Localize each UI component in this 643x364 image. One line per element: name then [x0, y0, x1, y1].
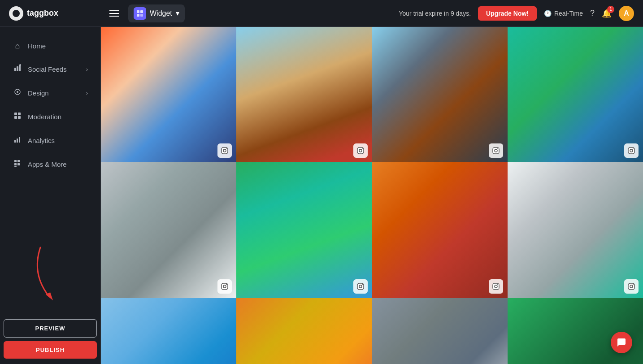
sidebar-item-social-feeds[interactable]: Social Feeds ›: [4, 58, 97, 81]
preview-button[interactable]: PREVIEW: [4, 319, 97, 338]
svg-rect-5: [140, 14, 143, 17]
photo-cell-3[interactable]: [372, 27, 508, 162]
svg-rect-15: [18, 116, 21, 119]
svg-point-9: [19, 64, 21, 66]
publish-button[interactable]: PUBLISH: [4, 341, 97, 359]
widget-selector[interactable]: Widget ▾: [128, 4, 185, 22]
svg-rect-2: [137, 10, 139, 13]
logo-icon: [9, 6, 23, 21]
svg-rect-7: [17, 66, 18, 71]
logo: taggbox: [9, 6, 108, 21]
chat-button[interactable]: [611, 332, 632, 353]
photo-cell-10[interactable]: [236, 298, 372, 364]
svg-rect-40: [357, 283, 364, 290]
analytics-icon: [13, 135, 22, 146]
svg-rect-37: [222, 283, 228, 290]
avatar[interactable]: A: [619, 6, 634, 21]
photo-cell-8[interactable]: [508, 162, 643, 298]
svg-rect-31: [493, 147, 499, 154]
photo-cell-7[interactable]: [372, 162, 508, 298]
photo-cell-4[interactable]: [508, 27, 643, 162]
notification-badge: 1: [607, 6, 614, 13]
svg-rect-12: [14, 113, 17, 115]
sidebar-item-apps-more-label: Apps & More: [28, 160, 88, 168]
svg-rect-20: [17, 160, 20, 162]
header-right: Your trial expire in 9 days. Upgrade Now…: [399, 6, 634, 21]
social-feeds-icon: [13, 64, 22, 74]
svg-rect-19: [14, 160, 17, 162]
photo-cell-2[interactable]: [236, 27, 372, 162]
help-button[interactable]: ?: [590, 9, 595, 18]
svg-point-48: [633, 284, 634, 285]
photo-cell-12[interactable]: [508, 298, 643, 364]
sidebar: ⌂ Home Social Feeds ›: [0, 27, 101, 364]
svg-rect-18: [19, 137, 20, 143]
svg-point-42: [362, 284, 363, 285]
widget-chevron-icon: ▾: [176, 9, 179, 17]
design-arrow-icon: ›: [86, 90, 88, 96]
sidebar-item-moderation-label: Moderation: [28, 113, 88, 121]
svg-rect-6: [14, 68, 16, 71]
svg-rect-16: [14, 140, 16, 143]
svg-rect-43: [493, 283, 499, 290]
svg-rect-17: [17, 139, 18, 143]
instagram-icon-3: [489, 143, 503, 158]
sidebar-item-analytics[interactable]: Analytics: [4, 129, 97, 152]
apps-more-icon: [13, 159, 22, 169]
svg-point-33: [497, 148, 498, 149]
notification-wrapper: 🔔 1: [602, 9, 612, 18]
sidebar-item-design[interactable]: Design ›: [4, 82, 97, 104]
svg-rect-22: [17, 163, 20, 165]
sidebar-item-analytics-label: Analytics: [28, 137, 88, 144]
svg-rect-14: [14, 116, 17, 119]
instagram-icon-5: [217, 279, 232, 294]
svg-point-11: [17, 91, 18, 93]
instagram-icon-1: [217, 143, 232, 158]
svg-rect-34: [628, 147, 634, 154]
sidebar-nav: ⌂ Home Social Feeds ›: [0, 27, 100, 314]
sidebar-item-design-label: Design: [28, 89, 81, 97]
svg-rect-13: [18, 113, 21, 115]
main-layout: ⌂ Home Social Feeds ›: [0, 27, 643, 364]
svg-point-45: [497, 284, 498, 285]
svg-rect-8: [19, 65, 21, 71]
photo-cell-11[interactable]: [372, 298, 508, 364]
clock-icon: 🕐: [544, 10, 552, 17]
svg-rect-46: [628, 283, 634, 290]
svg-point-0: [13, 10, 20, 17]
svg-point-39: [226, 284, 227, 285]
svg-rect-4: [137, 14, 139, 17]
header-center: Widget ▾: [108, 4, 399, 22]
svg-point-30: [362, 148, 363, 149]
sidebar-item-home[interactable]: ⌂ Home: [4, 35, 97, 57]
instagram-icon-4: [624, 143, 639, 158]
sidebar-item-apps-more[interactable]: Apps & More: [4, 153, 97, 176]
sidebar-item-home-label: Home: [28, 42, 88, 50]
svg-point-27: [226, 148, 227, 149]
design-icon: [13, 88, 22, 98]
svg-rect-28: [357, 147, 364, 154]
instagram-icon-6: [353, 279, 368, 294]
home-icon: ⌂: [13, 41, 22, 51]
svg-rect-3: [140, 10, 143, 13]
photo-cell-5[interactable]: [101, 162, 236, 298]
trial-text: Your trial expire in 9 days.: [399, 10, 471, 17]
photo-cell-1[interactable]: [101, 27, 236, 162]
social-feeds-arrow-icon: ›: [86, 66, 88, 73]
sidebar-footer: PREVIEW PUBLISH: [0, 314, 100, 364]
photo-cell-9[interactable]: [101, 298, 236, 364]
svg-point-36: [633, 148, 634, 149]
realtime-button[interactable]: 🕐 Real-Time: [544, 10, 583, 17]
sidebar-item-moderation[interactable]: Moderation: [4, 105, 97, 128]
content-area: [101, 27, 643, 364]
instagram-icon-8: [624, 279, 639, 294]
hamburger-button[interactable]: [108, 9, 121, 18]
realtime-label: Real-Time: [554, 10, 583, 17]
photo-grid: [101, 27, 643, 364]
instagram-icon-7: [489, 279, 503, 294]
moderation-icon: [13, 112, 22, 122]
upgrade-button[interactable]: Upgrade Now!: [478, 6, 537, 21]
widget-icon: [134, 7, 146, 20]
logo-text: taggbox: [27, 9, 58, 18]
photo-cell-6[interactable]: [236, 162, 372, 298]
